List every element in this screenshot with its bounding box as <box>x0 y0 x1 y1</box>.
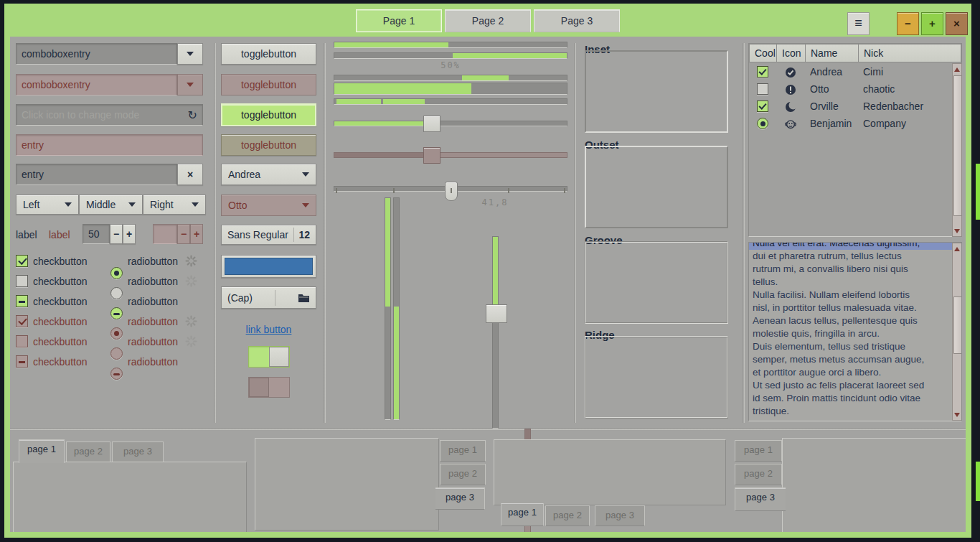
vscale-value-label: 41,8 <box>452 197 538 207</box>
column-header-name[interactable]: Name <box>806 44 859 62</box>
progressbar-rtl <box>334 52 567 59</box>
table-row[interactable]: Benjamin Company <box>749 116 951 133</box>
switch-on[interactable] <box>248 346 290 368</box>
align-combo-middle[interactable]: Middle <box>79 195 143 215</box>
progress-fill <box>334 42 448 47</box>
file-chooser-button[interactable]: (Cap) <box>221 286 316 309</box>
align-combo-left[interactable]: Left <box>16 195 79 215</box>
notebook2-tab-page1[interactable]: page 1 <box>440 440 486 462</box>
titlebar-tab-page3[interactable]: Page 3 <box>534 9 620 32</box>
row-checkbox-checked[interactable] <box>757 101 768 112</box>
row-checkbox-checked[interactable] <box>757 66 768 78</box>
minimize-button[interactable]: − <box>897 12 919 35</box>
checkbutton-indeterminate[interactable] <box>16 295 28 307</box>
scroll-up-button[interactable] <box>953 244 961 253</box>
comboboxentry-disabled-dropdown-button <box>177 74 203 95</box>
table-row[interactable]: Otto chaotic <box>749 81 951 98</box>
pane-separator[interactable] <box>743 43 745 423</box>
pane-separator[interactable] <box>214 43 216 423</box>
spin-plus-button[interactable]: + <box>123 224 136 244</box>
radiobutton-label: radiobutton <box>128 336 178 348</box>
link-button-label: link button <box>246 324 292 335</box>
row-checkbox-unchecked[interactable] <box>757 83 768 95</box>
mode-entry[interactable]: Click icon to change mode ↻ <box>16 104 203 126</box>
clipped-selected-line: Nulla vel elit erat. Maecenas dignissim, <box>749 243 961 250</box>
scroll-up-button[interactable] <box>953 65 961 74</box>
textview[interactable]: Nulla vel elit erat. Maecenas dignissim,… <box>748 242 962 421</box>
vscale-knob[interactable] <box>486 304 507 323</box>
link-button[interactable]: link button <box>221 323 316 336</box>
hscale[interactable] <box>334 121 567 126</box>
notebook3-tab-page3[interactable]: page 3 <box>595 505 645 526</box>
clipped-text-line: Morbi sed diam eget dolor posuere <box>749 418 961 421</box>
entry-clearable[interactable]: entry <box>16 164 177 185</box>
togglebutton-normal[interactable]: togglebutton <box>221 43 316 65</box>
section-separator <box>10 428 966 430</box>
comboboxentry-dropdown-button[interactable] <box>177 43 203 65</box>
cell-name: Otto <box>810 83 829 95</box>
clear-entry-button[interactable]: × <box>177 164 203 185</box>
scroll-down-button[interactable] <box>953 226 961 235</box>
spin-minus-button[interactable]: − <box>110 224 123 244</box>
vertical-progressbar <box>385 197 391 420</box>
table-row[interactable]: Andrea Cimi <box>749 64 951 81</box>
notebook1-tab-page1[interactable]: page 1 <box>19 439 65 463</box>
align-combo-right[interactable]: Right <box>143 195 206 215</box>
scrollbar-thumb[interactable] <box>953 296 962 354</box>
notebook2-tab-page3[interactable]: page 3 <box>435 487 485 510</box>
checkbutton-label: checkbutton <box>33 276 88 288</box>
column-header-icon[interactable]: Icon <box>777 44 806 62</box>
notebook4-tab-page3[interactable]: page 3 <box>735 487 786 511</box>
notebook1-tab-page2[interactable]: page 2 <box>66 441 110 462</box>
togglebutton-active[interactable]: togglebutton <box>221 103 316 126</box>
text-line: tellus. <box>749 276 961 289</box>
comboboxentry-input[interactable]: comboboxentry <box>16 43 177 65</box>
frame-groove <box>585 241 728 324</box>
scroll-down-button[interactable] <box>953 410 961 419</box>
titlebar-tab-page2[interactable]: Page 2 <box>445 9 531 32</box>
spinbutton-value[interactable]: 50 <box>83 224 110 244</box>
vscale[interactable] <box>492 236 499 429</box>
menu-button[interactable]: ≡ <box>847 12 870 35</box>
pane-separator[interactable] <box>324 43 326 423</box>
font-button[interactable]: Sans Regular 12 <box>221 225 316 245</box>
titlebar[interactable]: Page 1 Page 2 Page 3 ≡ − + × <box>4 4 971 37</box>
notebook3-tab-page1[interactable]: page 1 <box>501 503 544 526</box>
titlebar-tab-page1[interactable]: Page 1 <box>356 9 442 32</box>
folder-icon <box>298 293 310 303</box>
selected-text: Nulla vel elit erat. Maecenas dignissim, <box>749 243 961 250</box>
combo-value: Otto <box>228 200 247 211</box>
checkbutton-unchecked[interactable] <box>16 275 28 287</box>
close-button[interactable]: × <box>946 12 968 35</box>
notebook3-tab-page2[interactable]: page 2 <box>545 505 590 526</box>
table-row[interactable]: Orville Redenbacher <box>749 98 951 116</box>
notebook2-tab-page2[interactable]: page 2 <box>440 464 486 485</box>
notebook4-tab-page1[interactable]: page 1 <box>735 440 782 462</box>
checkbutton-label: checkbutton <box>33 356 88 368</box>
textview-scrollbar[interactable] <box>952 243 962 421</box>
name-combobox[interactable]: Andrea <box>221 164 316 185</box>
column-header-nick[interactable]: Nick <box>859 44 961 62</box>
maximize-button[interactable]: + <box>921 12 943 35</box>
hscale-knob[interactable] <box>423 116 440 132</box>
refresh-icon[interactable]: ↻ <box>188 108 197 122</box>
row-radio-selected[interactable] <box>757 118 768 129</box>
togglebutton-label: togglebutton <box>241 48 296 60</box>
check-circle-icon <box>785 67 796 78</box>
progress-fill <box>394 307 399 419</box>
text-line: et porttitor augue orci a libero. <box>749 366 961 379</box>
notebook4-tab-page2[interactable]: page 2 <box>735 464 782 485</box>
scrollbar-thumb[interactable] <box>953 75 962 216</box>
column-header-cool[interactable]: Cool <box>749 44 777 62</box>
vertical-progressbar-inverted <box>393 197 400 420</box>
file-name-value: (Cap) <box>227 292 253 304</box>
notebook1-tab-page3[interactable]: page 3 <box>112 441 164 462</box>
pane-separator[interactable] <box>574 43 576 423</box>
color-button[interactable] <box>221 255 316 278</box>
cell-name: Orville <box>810 101 839 112</box>
checkbutton-checked[interactable] <box>16 255 28 267</box>
switch-knob[interactable] <box>269 347 289 367</box>
scale-marks <box>334 188 567 194</box>
treeview-scrollbar[interactable] <box>952 63 962 237</box>
entry-progressbar[interactable] <box>334 83 567 95</box>
